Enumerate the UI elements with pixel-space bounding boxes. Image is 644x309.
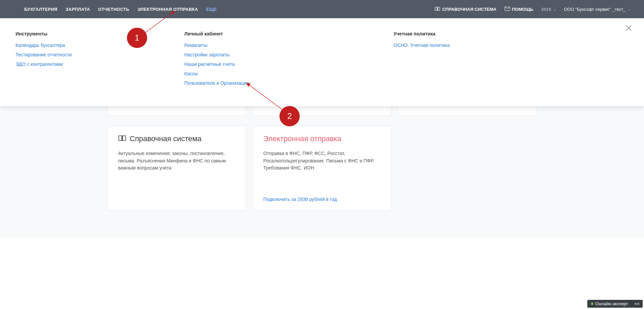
mega-title-tools: Инструменты <box>16 31 117 36</box>
chevron-down-icon: ⌄ <box>628 7 630 11</box>
nav-reference-label: СПРАВОЧНАЯ СИСТЕМА <box>442 7 496 12</box>
link-requisites[interactable]: Реквизиты <box>184 43 286 48</box>
topnav: БУХГАЛТЕРИЯ ЗАРПЛАТА ОТЧЕТНОСТЬ ЭЛЕКТРОН… <box>0 0 644 18</box>
card-title: Электронная отправка <box>263 134 381 143</box>
link-test-reports[interactable]: Тестирование отчетности <box>16 52 117 57</box>
card-title-text: Электронная отправка <box>263 134 341 143</box>
link-osno-policy[interactable]: ОСНО. Учетная политика <box>394 43 495 48</box>
link-salary-settings[interactable]: Настройки зарплаты <box>184 52 286 57</box>
link-users-orgs[interactable]: Пользователи и Организации <box>184 80 286 86</box>
nav-year-select[interactable]: 2019 ⌄ <box>541 7 556 12</box>
close-button[interactable] <box>625 24 633 33</box>
book-icon <box>118 134 126 143</box>
card-stub <box>108 105 246 116</box>
card-title-text: Справочная система <box>130 134 202 143</box>
link-bank-accounts[interactable]: Наши расчетные счета <box>184 61 286 67</box>
annotation-1-label: 1 <box>135 33 139 43</box>
link-edo-counterparties[interactable]: ЭДО с контрагентами <box>16 61 117 67</box>
card-stub-row <box>108 105 536 126</box>
link-cash-desks[interactable]: Кассы <box>184 71 286 76</box>
mega-title-account: Личный кабинет <box>184 31 286 36</box>
envelope-icon <box>505 6 510 12</box>
nav-org-select[interactable]: ООО "Бухсофт сервис" _тест_ ⌄ <box>564 7 630 12</box>
mega-menu: Инструменты Календарь бухгалтера Тестиро… <box>0 18 644 106</box>
annotation-badge-1: 1 <box>127 28 147 48</box>
nav-help-label: ПОМОЩЬ <box>512 7 533 12</box>
mega-title-policy: Учетная политика <box>394 31 495 36</box>
nav-accounting[interactable]: БУХГАЛТЕРИЯ <box>24 7 57 12</box>
nav-help[interactable]: ПОМОЩЬ <box>505 6 533 12</box>
content-area: Справочная система Актуальные изменения:… <box>0 106 644 237</box>
close-icon <box>625 24 633 32</box>
chevron-down-icon: ⌄ <box>553 7 556 11</box>
card-stub <box>398 105 536 116</box>
card-desc: Актуальные изменения: законы, постановле… <box>118 150 236 202</box>
card-desc: Отправка в ФНС, ПФР, ФСС, Росстат, Росал… <box>263 150 381 190</box>
nav-e-sending[interactable]: ЭЛЕКТРОННАЯ ОТПРАВКА <box>137 7 198 12</box>
card-e-sending[interactable]: Электронная отправка Отправка в ФНС, ПФР… <box>253 126 391 210</box>
topnav-left: БУХГАЛТЕРИЯ ЗАРПЛАТА ОТЧЕТНОСТЬ ЭЛЕКТРОН… <box>24 7 217 12</box>
nav-reporting[interactable]: ОТЧЕТНОСТЬ <box>98 7 130 12</box>
card-action-subscribe[interactable]: Подключить за 2938 рублей в год <box>263 197 381 202</box>
topnav-right: СПРАВОЧНАЯ СИСТЕМА ПОМОЩЬ 2019 ⌄ ООО "Бу… <box>435 6 630 12</box>
card-empty-slot <box>398 126 536 210</box>
nav-year-label: 2019 <box>541 7 551 12</box>
book-icon <box>435 6 440 12</box>
nav-salary[interactable]: ЗАРПЛАТА <box>65 7 90 12</box>
nav-reference-system[interactable]: СПРАВОЧНАЯ СИСТЕМА <box>435 6 496 12</box>
link-accountant-calendar[interactable]: Календарь бухгалтера <box>16 43 117 48</box>
mega-col-policy: Учетная политика ОСНО. Учетная политика <box>394 31 495 90</box>
card-reference-system[interactable]: Справочная система Актуальные изменения:… <box>108 126 246 210</box>
mega-col-account: Личный кабинет Реквизиты Настройки зарпл… <box>184 31 286 90</box>
nav-more[interactable]: ЕЩЕ <box>206 7 217 12</box>
annotation-2-label: 2 <box>287 111 292 121</box>
annotation-badge-2: 2 <box>279 106 300 126</box>
card-title: Справочная система <box>118 134 236 143</box>
mega-col-tools: Инструменты Календарь бухгалтера Тестиро… <box>16 31 117 90</box>
card-stub <box>253 105 391 116</box>
nav-org-label: ООО "Бухсофт сервис" _тест_ <box>564 7 626 12</box>
